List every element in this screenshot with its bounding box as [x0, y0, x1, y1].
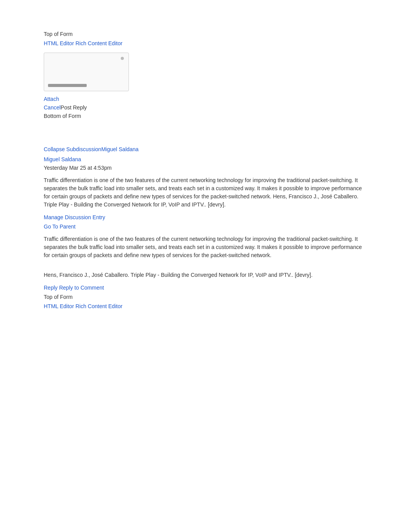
- editor-bar: [48, 84, 87, 87]
- cancel-link[interactable]: Cancel: [44, 104, 61, 111]
- page-container: Top of Form HTML Editor Rich Content Edi…: [0, 0, 411, 340]
- reply-to-comment-link[interactable]: Reply to Comment: [59, 285, 104, 291]
- timestamp: Yesterday Mar 25 at 4:53pm: [44, 165, 367, 171]
- post-body-1: Traffic differentiation is one of the tw…: [44, 176, 367, 209]
- manage-discussion-entry-link[interactable]: Manage Discussion Entry: [44, 214, 367, 220]
- discussion-section: Collapse SubdiscussionMiguel Saldana Mig…: [44, 146, 367, 309]
- attach-link[interactable]: Attach: [44, 96, 367, 102]
- html-editor-link-2[interactable]: HTML Editor Rich Content Editor: [44, 303, 367, 309]
- editor-dot: [121, 57, 124, 60]
- cancel-post-row: CancelPost Reply: [44, 104, 367, 111]
- collapse-subdiscussion-link[interactable]: Collapse SubdiscussionMiguel Saldana: [44, 146, 367, 152]
- citation-block: Hens, Francisco J., José Caballero. Trip…: [44, 271, 367, 279]
- top-form-section: Top of Form HTML Editor Rich Content Edi…: [44, 31, 367, 119]
- goto-parent-link[interactable]: Go To Parent: [44, 223, 367, 230]
- author-link[interactable]: Miguel Saldana: [44, 156, 367, 162]
- post-body-2-text: Traffic differentiation is one of the tw…: [44, 236, 362, 258]
- reply-row: Reply Reply to Comment: [44, 285, 367, 291]
- spacer-1: [44, 123, 367, 142]
- editor-box[interactable]: [44, 53, 129, 91]
- citation-text: Hens, Francisco J., José Caballero. Trip…: [44, 272, 313, 278]
- reply-link[interactable]: Reply: [44, 285, 58, 291]
- top-of-form-label: Top of Form: [44, 31, 367, 37]
- post-body-2: Traffic differentiation is one of the tw…: [44, 235, 367, 259]
- bottom-of-form-label: Bottom of Form: [44, 113, 367, 119]
- html-editor-link[interactable]: HTML Editor Rich Content Editor: [44, 40, 367, 46]
- top-of-form-2-label: Top of Form: [44, 294, 367, 300]
- post-reply-label: Post Reply: [61, 104, 87, 111]
